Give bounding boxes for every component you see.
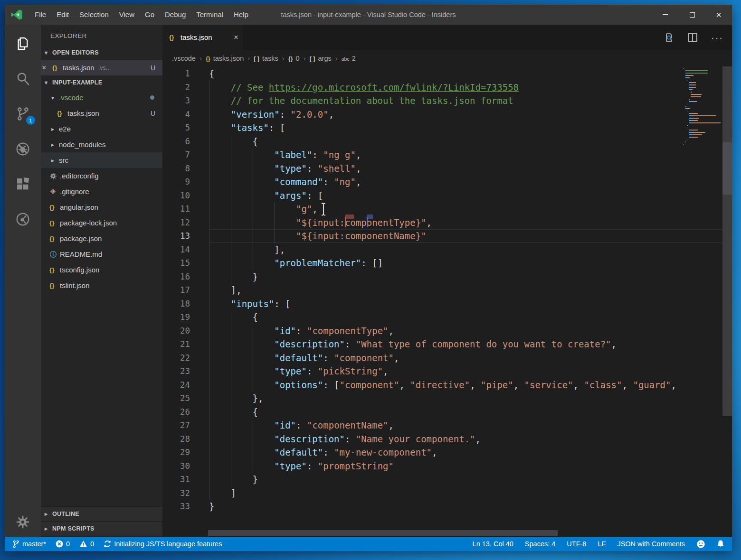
file-package-lock-json[interactable]: {}package-lock.json [41, 215, 162, 231]
code-line-11[interactable]: 11 "g", [162, 202, 732, 216]
activity-source-control-icon[interactable]: 1 [5, 96, 41, 131]
line-number[interactable]: 5 [162, 121, 209, 135]
code-line-29[interactable]: 29 "default": "my-new-component", [162, 446, 732, 459]
line-number[interactable]: 1 [162, 67, 209, 81]
line-number[interactable]: 29 [162, 446, 209, 459]
code-line-18[interactable]: 18 "inputs": [ [162, 297, 732, 311]
breadcrumb-item[interactable]: .vscode [172, 55, 196, 62]
status-ln-13-col-40[interactable]: Ln 13, Col 40 [473, 540, 513, 548]
menu-go[interactable]: Go [140, 5, 160, 25]
line-number[interactable]: 3 [162, 94, 209, 108]
line-number[interactable]: 2 [162, 81, 209, 94]
horizontal-scrollbar[interactable] [208, 530, 558, 536]
line-number[interactable]: 17 [162, 283, 209, 297]
status-0[interactable]: 0 [56, 540, 70, 548]
line-number[interactable]: 9 [162, 175, 209, 189]
status-lf[interactable]: LF [598, 540, 606, 548]
code-line-30[interactable]: 30 "type": "promptString" [162, 459, 732, 473]
line-number[interactable]: 11 [162, 202, 209, 216]
code-line-1[interactable]: 1{ [162, 67, 732, 81]
section-outline[interactable]: ▸OUTLINE [41, 506, 162, 521]
split-editor-icon[interactable] [687, 33, 698, 42]
line-number[interactable]: 22 [162, 351, 209, 365]
code-line-20[interactable]: 20 "id": "componentType", [162, 324, 732, 338]
activity-gauge-extension-icon[interactable] [5, 202, 41, 237]
line-number[interactable]: 27 [162, 419, 209, 432]
code-line-15[interactable]: 15 "problemMatcher": [] [162, 256, 732, 270]
status-initializing-js-ts-language-features[interactable]: Initializing JS/TS language features [104, 540, 222, 548]
line-number[interactable]: 19 [162, 310, 209, 324]
menu-view[interactable]: View [114, 5, 140, 25]
code-line-2[interactable]: 2 // See https://go.microsoft.com/fwlink… [162, 81, 732, 94]
line-number[interactable]: 21 [162, 337, 209, 351]
file-angular-json[interactable]: {}angular.json [41, 199, 162, 215]
menu-terminal[interactable]: Terminal [191, 5, 228, 25]
line-number[interactable]: 6 [162, 135, 209, 149]
status-master-[interactable]: master* [12, 540, 46, 548]
line-number[interactable]: 18 [162, 297, 209, 311]
menu-edit[interactable]: Edit [51, 5, 74, 25]
status-smiley-icon[interactable] [696, 540, 705, 549]
file--gitignore[interactable]: .gitignore [41, 184, 162, 199]
open-preview-search-icon[interactable] [664, 32, 674, 43]
line-number[interactable]: 8 [162, 162, 209, 176]
line-number[interactable]: 26 [162, 405, 209, 419]
line-number[interactable]: 7 [162, 148, 209, 162]
line-number[interactable]: 13 [162, 229, 209, 243]
folder-e2e[interactable]: ▸e2e [41, 121, 162, 137]
line-number[interactable]: 24 [162, 378, 209, 392]
line-number[interactable]: 12 [162, 216, 209, 230]
tab-close-icon[interactable]: × [234, 33, 238, 42]
code-line-7[interactable]: 7 "label": "ng g", [162, 148, 732, 162]
code-line-5[interactable]: 5 "tasks": [ [162, 121, 732, 135]
line-number[interactable]: 23 [162, 364, 209, 378]
code-line-19[interactable]: 19 { [162, 310, 732, 324]
settings-gear-icon[interactable] [5, 515, 41, 529]
code-line-17[interactable]: 17 ], [162, 283, 732, 297]
code-line-28[interactable]: 28 "description": "Name your component."… [162, 432, 732, 446]
code-line-33[interactable]: 33} [162, 500, 732, 513]
code-line-4[interactable]: 4 "version": "2.0.0", [162, 108, 732, 121]
vertical-scrollbar[interactable] [722, 66, 732, 416]
file--editorconfig[interactable]: .editorconfig [41, 168, 162, 184]
code-line-13[interactable]: 13 "${input:componentName}" [162, 229, 732, 243]
minimap[interactable] [683, 67, 722, 146]
project-root-header[interactable]: ▾ INPUT-EXAMPLE [41, 75, 162, 90]
section-npm-scripts[interactable]: ▸NPM SCRIPTS [41, 521, 162, 536]
line-number[interactable]: 15 [162, 256, 209, 270]
breadcrumb-item[interactable]: {}0 [288, 55, 300, 62]
folder-node-modules[interactable]: ▸node_modules [41, 137, 162, 152]
code-line-32[interactable]: 32 ] [162, 486, 732, 500]
breadcrumb-item[interactable]: [ ]tasks [254, 55, 278, 62]
code-line-14[interactable]: 14 ], [162, 243, 732, 257]
breadcrumb-item[interactable]: {}tasks.json [206, 55, 244, 62]
activity-debug-icon[interactable] [5, 131, 41, 167]
line-number[interactable]: 20 [162, 324, 209, 338]
file-readme-md[interactable]: README.md [41, 246, 162, 262]
breadcrumb-item[interactable]: abc2 [342, 55, 356, 62]
maximize-button[interactable] [679, 5, 705, 25]
line-number[interactable]: 14 [162, 243, 209, 257]
more-actions-icon[interactable]: ··· [711, 36, 723, 39]
menu-debug[interactable]: Debug [160, 5, 191, 25]
folder--vscode[interactable]: ▾.vscode [41, 90, 162, 105]
code-line-6[interactable]: 6 { [162, 135, 732, 149]
file-tslint-json[interactable]: {}tslint.json [41, 278, 162, 293]
line-number[interactable]: 30 [162, 459, 209, 473]
line-number[interactable]: 16 [162, 270, 209, 284]
menu-file[interactable]: File [29, 5, 51, 25]
line-number[interactable]: 4 [162, 108, 209, 121]
code-line-21[interactable]: 21 "description": "What type of componen… [162, 337, 732, 351]
open-editors-header[interactable]: ▾ OPEN EDITORS [41, 46, 162, 60]
code-line-23[interactable]: 23 "type": "pickString", [162, 364, 732, 378]
code-line-24[interactable]: 24 "options": ["component", "directive",… [162, 378, 732, 392]
activity-explorer-icon[interactable] [5, 26, 41, 61]
code-editor[interactable]: 1{2 // See https://go.microsoft.com/fwli… [162, 66, 732, 537]
status-0[interactable]: 0 [79, 540, 94, 548]
code-line-22[interactable]: 22 "default": "component", [162, 351, 732, 365]
menu-selection[interactable]: Selection [74, 5, 114, 25]
open-editor-item[interactable]: ×{}tasks.json.vs...U [41, 60, 162, 75]
code-line-26[interactable]: 26 { [162, 405, 732, 419]
line-number[interactable]: 33 [162, 500, 209, 513]
status-json-with-comments[interactable]: JSON with Comments [617, 540, 685, 548]
